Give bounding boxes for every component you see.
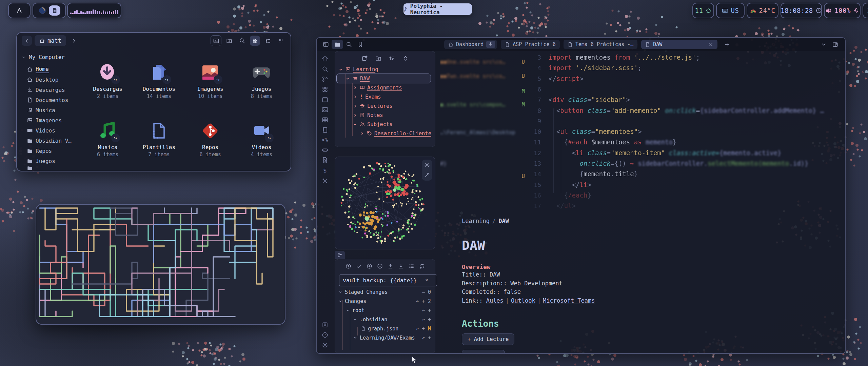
folder-descargas[interactable]: ↪Descargas2 items [82,51,133,110]
list-view-button[interactable] [263,36,273,46]
clear-commit-icon[interactable]: ✕ [425,277,428,283]
sidebar-item-imagenes[interactable]: Imagenes [22,115,83,125]
new-folder-button[interactable] [224,36,234,46]
git-row-actions[interactable]: ↶+ [422,307,431,313]
bookmark-button[interactable] [355,40,366,49]
commit-message-input[interactable] [339,274,437,286]
search-button[interactable] [343,40,355,49]
link-outlook[interactable]: Outlook [511,297,535,304]
git-panel-tab[interactable] [335,251,345,259]
new-note-button[interactable] [362,55,368,61]
git-row-actions[interactable]: ↶+2 [416,298,431,304]
git-push-button[interactable] [388,263,393,269]
open-terminal-button[interactable] [211,35,221,46]
sidebar-item-juegos[interactable]: Juegos [22,156,83,166]
sidebar-item-videos[interactable]: Videos [22,125,83,136]
widget-keyboard-layout[interactable]: US [716,3,745,18]
git-minus-circle-button[interactable] [377,263,383,269]
git-row-stagedchanges[interactable]: Staged Changes—0 [335,287,435,297]
folder-button[interactable] [332,40,343,49]
ribbon-home-button[interactable] [322,56,328,62]
ribbon-layout-grid-button[interactable] [322,86,328,93]
ribbon-help-button[interactable]: ? [322,332,328,338]
graph-view[interactable] [335,157,434,248]
ribbon-vault-button[interactable] [322,322,328,328]
sort-button[interactable] [389,55,395,61]
ribbon-tools-button[interactable] [322,178,328,184]
widget-weather[interactable]: 24°C [747,3,778,18]
firefox-icon[interactable] [38,6,46,15]
ribbon-book-button[interactable] [322,127,328,133]
sidebar-section[interactable]: My Computer [22,54,83,60]
tab-asp-practice-6[interactable]: ASP Practice 6 [501,40,559,49]
git-row-actions[interactable]: ↶+ [422,317,431,323]
sidebar-item-obsidianv[interactable]: Obsidian V… [22,136,83,146]
git-pull-button[interactable] [398,263,404,269]
git-row-actions[interactable]: ↶+M [416,326,431,332]
ribbon-file-search-button[interactable] [322,157,328,163]
forward-button[interactable] [69,36,79,46]
git-refresh-button[interactable] [419,263,425,269]
ribbon-dollar-button[interactable]: $ [323,167,327,174]
ribbon-search-button[interactable] [322,66,328,72]
folder-imagenes[interactable]: ↪Imagenes10 items [185,51,236,110]
sidebar-item-musica[interactable]: Musica [22,105,83,115]
action-button---add-lecture[interactable]: + Add Lecture [462,333,514,345]
chev-down-button[interactable] [818,40,829,49]
sidebar-item-repos[interactable]: Repos [22,146,83,156]
new-tab-button[interactable] [721,40,733,49]
tab-dashboard[interactable]: Dashboard [444,40,497,49]
sidebar-item-home[interactable]: Home [22,64,83,75]
sidebar-item-desktop[interactable]: Desktop [22,75,83,85]
collapse-button[interactable] [402,55,409,61]
back-button[interactable] [22,36,32,46]
music-player-pill[interactable]: ♪Polyphia - Neurotica [403,3,472,15]
tab-tema-6-pr-cticas-[interactable]: Tema 6 Prácticas -… [564,40,638,49]
ribbon-table-button[interactable] [322,117,328,123]
sidebar-item-descargas[interactable]: Descargas [22,85,83,95]
compact-view-button[interactable] [276,36,286,46]
git-plus-circle-button[interactable] [367,263,372,269]
folder-repos[interactable]: Repos6 items [185,110,236,168]
tab-daw[interactable]: DAW [641,40,717,49]
grid-view-button[interactable] [250,36,260,46]
action-button---add-note[interactable]: + Add Note [462,350,505,353]
widget-volume[interactable]: 100% [824,3,861,18]
close-tab-icon[interactable] [708,42,713,47]
git-commit-button[interactable] [346,263,351,269]
tree-item-learning[interactable]: Learning [338,65,432,74]
graph-gear-button[interactable] [424,162,430,168]
ribbon-git-graph-button[interactable] [322,76,328,82]
git-list-button[interactable] [409,263,414,269]
folder-musica[interactable]: ↪Musica6 items [82,110,133,168]
folder-videos[interactable]: ↪Videos4 items [236,110,287,168]
folder-documentos[interactable]: ↪Documentos14 items [133,51,184,110]
search-button[interactable] [237,36,247,46]
widget-clock[interactable]: 18:08:28 [781,3,822,18]
ribbon-templater-button[interactable]: <% [322,137,328,143]
link-microsoftteams[interactable]: Microsoft Teams [543,297,595,304]
widget-notifications[interactable]: 24 [863,3,868,18]
folder-plantillas[interactable]: Plantillas7 items [133,110,184,168]
layout-split-button[interactable] [829,40,841,49]
sidebar-item-documentos[interactable]: Documentos [22,95,83,105]
link-aules[interactable]: Aules [486,297,504,304]
folder-plus-button[interactable] [375,55,381,61]
ribbon-gear-button[interactable] [322,342,328,348]
folder-juegos[interactable]: Juegos8 items [236,51,287,110]
ribbon-gamepad-button[interactable] [322,147,328,153]
ribbon-calendar-button[interactable] [322,96,328,103]
git-row-changes[interactable]: Changes↶+2 [335,297,435,306]
document-app-icon[interactable] [49,5,60,16]
graph-wand-button[interactable] [424,172,430,178]
git-check-button[interactable] [356,263,362,269]
layout-sidebar-button[interactable] [320,40,332,49]
tree-item-daw[interactable]: DAW [338,74,432,83]
launcher-button[interactable] [8,3,31,18]
breadcrumb[interactable]: matt [35,35,66,46]
ribbon-terminal-button[interactable] [322,106,328,113]
git-row-actions[interactable]: ↶+ [422,335,431,341]
widget-updates[interactable]: 11 [692,3,714,18]
git-row-actions[interactable]: —0 [422,289,431,295]
breadcrumb-parent[interactable]: Learning [462,218,490,224]
